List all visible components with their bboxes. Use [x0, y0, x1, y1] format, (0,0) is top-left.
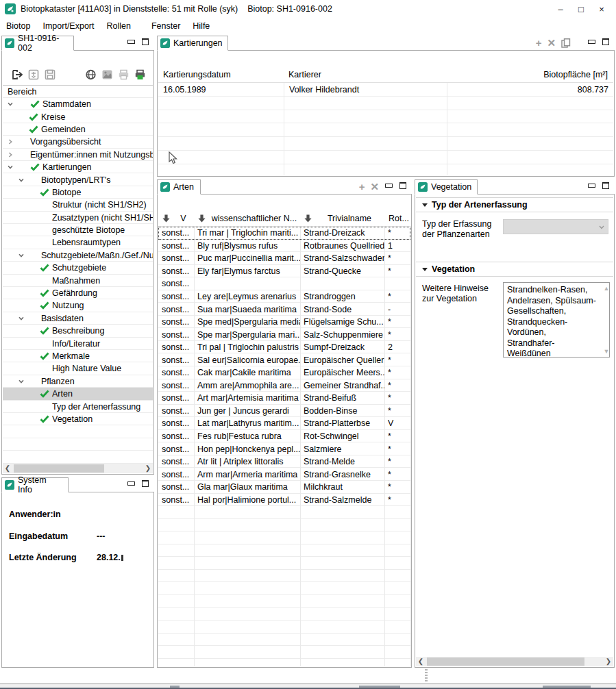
- panel-maximize-icon[interactable]: [142, 38, 149, 45]
- arten-row[interactable]: sonst...Puc mar|Puccinellia marit...Stra…: [158, 252, 410, 265]
- tree-item-maßnahmen[interactable]: Maßnahmen: [3, 274, 153, 286]
- printer-green-icon[interactable]: [134, 69, 146, 82]
- column-trivialname[interactable]: Trivialname: [304, 210, 383, 227]
- tree-item-biotoptypen-lrt-s[interactable]: Biotoptypen/LRT's: [3, 173, 153, 186]
- maximize-button[interactable]: □: [571, 0, 591, 18]
- arten-row[interactable]: sonst...Arm mar|Armeria maritimaStrand-G…: [158, 468, 410, 481]
- section-vegetation[interactable]: Vegetation: [416, 262, 613, 277]
- column-rot-[interactable]: Rot...: [389, 210, 409, 227]
- scroll-right-icon[interactable]: ❯: [143, 464, 153, 473]
- arten-row[interactable]: sonst...Hon pep|Honckenya pepl...Salzmie…: [158, 442, 410, 455]
- arten-row[interactable]: sonst...Ely far|Elymus farctusStrand-Que…: [158, 265, 410, 278]
- tab-arten[interactable]: Arten: [157, 179, 201, 195]
- tree-item-typ-der-artenerfassung[interactable]: Typ der Artenerfassung: [3, 400, 153, 412]
- tree-horizontal-scrollbar[interactable]: ❮ ❯: [3, 464, 153, 473]
- scrollbar-thumb[interactable]: [14, 464, 104, 473]
- panel-minimize-icon[interactable]: [588, 184, 595, 188]
- column-wissenschaftlicher-n-[interactable]: wissenschaftlicher N...: [198, 210, 299, 227]
- logout-icon[interactable]: [12, 69, 23, 82]
- arten-row[interactable]: sonst...Jun ger | Juncus gerardiBodden-B…: [158, 405, 410, 418]
- arten-row[interactable]: sonst...Hal por|Halimione portul...Stran…: [158, 493, 410, 506]
- arten-row[interactable]: sonst...Cak mar|Cakile maritimaEuropäisc…: [158, 366, 410, 379]
- arten-row[interactable]: sonst...Atr lit | Atriplex littoralisStr…: [158, 455, 410, 468]
- panel-minimize-icon[interactable]: [127, 40, 135, 44]
- delete-icon[interactable]: ✕: [547, 38, 556, 49]
- tab-system-info[interactable]: System Info: [1, 477, 69, 492]
- menu-hilfe[interactable]: Hilfe: [186, 19, 216, 33]
- tree-item-merkmale[interactable]: Merkmale: [3, 350, 153, 362]
- tree-item-pflanzen[interactable]: Pflanzen: [3, 375, 153, 388]
- arten-row[interactable]: sonst...Fes rub|Festuca rubraRot-Schwing…: [158, 430, 410, 443]
- tree-item-geschützte-biotope[interactable]: geschützte Biotope: [3, 224, 153, 236]
- panel-minimize-icon[interactable]: [127, 481, 135, 486]
- arten-row[interactable]: sonst...Spe med|Spergularia mediaFlügels…: [158, 316, 410, 329]
- add-icon[interactable]: +: [536, 38, 542, 49]
- panel-maximize-icon[interactable]: [142, 480, 149, 487]
- arten-row[interactable]: sonst...Spe mar|Spergularia mari...Salz-…: [158, 328, 410, 341]
- scroll-right-icon[interactable]: ❯: [604, 657, 613, 666]
- tree-item-biotope[interactable]: Biotope: [3, 186, 153, 199]
- tree-item-stammdaten[interactable]: Stammdaten: [3, 98, 153, 110]
- arten-row[interactable]: sonst...Sal eur|Salicornia europae...Eur…: [158, 353, 410, 366]
- tree-item-vorgangsübersicht[interactable]: Vorgangsübersicht: [3, 136, 153, 148]
- add-icon[interactable]: +: [359, 181, 365, 192]
- section-typ-der-artenerfassung[interactable]: Typ der Artenerfassung: [416, 197, 613, 212]
- arten-row[interactable]: sonst...Tri mar | Triglochin mariti...St…: [158, 227, 410, 240]
- minimize-button[interactable]: –: [550, 0, 571, 18]
- tree-item-basisdaten[interactable]: Basisdaten: [3, 312, 153, 325]
- weitere-hinweise-textarea[interactable]: Strandnelken-Rasen, Andelrasen, Spülsaum…: [503, 282, 610, 358]
- tab-kartierungen[interactable]: Kartierungen: [157, 36, 228, 51]
- tree-item-zusatztypen-nicht-sh1-sh2-[interactable]: Zusatztypen (nicht SH1/SH2): [3, 212, 153, 224]
- delete-icon[interactable]: ✕: [370, 181, 379, 192]
- arten-row[interactable]: sonst...Bly ruf|Blysmus rufusRotbraunes …: [158, 240, 410, 253]
- panel-maximize-icon[interactable]: [399, 182, 406, 189]
- arten-row[interactable]: sonst...Art mar|Artemisia maritimaStrand…: [158, 392, 410, 405]
- tree-item-nutzung[interactable]: Nutzung: [3, 299, 153, 312]
- arten-row[interactable]: sonst...: [158, 277, 410, 290]
- tab-biotop-id[interactable]: SH1-0916-002: [1, 36, 74, 51]
- printer-icon[interactable]: [118, 69, 130, 82]
- tree-item-high-nature-value[interactable]: High Nature Value: [3, 362, 153, 375]
- kartierungen-row[interactable]: 16.05.1989Volker Hildebrandt808.737: [158, 83, 613, 97]
- column-v[interactable]: V: [162, 210, 193, 227]
- panel-minimize-icon[interactable]: [588, 40, 595, 44]
- tree-item-gefährdung[interactable]: Gefährdung: [3, 287, 153, 299]
- globe-icon[interactable]: [85, 69, 97, 82]
- arten-row[interactable]: sonst...Sua mar|Suaeda maritimaStrand-So…: [158, 303, 410, 316]
- scroll-left-icon[interactable]: ❮: [416, 657, 426, 666]
- arten-row[interactable]: sonst...Amm are|Ammophila are...Gemeiner…: [158, 379, 410, 392]
- tree-item-schutzgebiete[interactable]: Schutzgebiete: [3, 262, 153, 274]
- menu-import-export[interactable]: Import/Export: [36, 19, 100, 33]
- arten-row[interactable]: sonst...Ley are|Leymus arenariusStrandro…: [158, 290, 410, 303]
- vegetation-horizontal-scrollbar[interactable]: ❮ ❯: [416, 657, 613, 666]
- panel-maximize-icon[interactable]: [602, 38, 609, 45]
- menu-rollen[interactable]: Rollen: [100, 19, 136, 33]
- splitter-handle[interactable]: [425, 669, 428, 683]
- tree-item-arten[interactable]: Arten: [3, 388, 153, 400]
- tree-item-lebensraumtypen[interactable]: Lebensraumtypen: [3, 236, 153, 249]
- tree-item-info-literatur[interactable]: Info/Literatur: [3, 337, 153, 349]
- menu-fenster[interactable]: Fenster: [145, 19, 186, 33]
- column-biotopflaeche[interactable]: Biotopfläche [m²]: [471, 66, 608, 83]
- arten-row[interactable]: sonst...Gla mar|Glaux maritimaMilchkraut…: [158, 481, 410, 494]
- tree-item-gemeinden[interactable]: Gemeinden: [3, 123, 153, 136]
- scroll-up-icon[interactable]: ▲: [603, 285, 610, 292]
- typ-der-erfassung-select[interactable]: [503, 219, 608, 234]
- tab-vegetation[interactable]: Vegetation: [415, 179, 478, 195]
- tree-item-beschreibung[interactable]: Beschreibung: [3, 325, 153, 337]
- tree-item-kreise[interactable]: Kreise: [3, 110, 153, 123]
- arten-row[interactable]: sonst...Tri pal | Triglochin palustrisSu…: [158, 341, 410, 354]
- save-icon[interactable]: [45, 69, 56, 82]
- column-kartierer[interactable]: Kartierer: [288, 66, 439, 83]
- arten-row[interactable]: sonst...Lat mar|Lathyrus maritim...Stran…: [158, 417, 410, 430]
- tree-item-eigentümer-innen-mit-nutzungsber[interactable]: Eigentümer:innen mit Nutzungsber: [3, 149, 153, 161]
- tree-item-schutzgebiete-maßn-gef-nutz[interactable]: Schutzgebiete/Maßn./Gef./Nutz: [3, 249, 153, 262]
- scrollbar-thumb[interactable]: [427, 657, 584, 666]
- tree-item-kartierungen[interactable]: Kartierungen: [3, 161, 153, 173]
- save-import-icon[interactable]: [28, 69, 40, 82]
- panel-maximize-icon[interactable]: [602, 182, 609, 189]
- tree-item-vegetation[interactable]: Vegetation: [3, 413, 153, 425]
- map-image-icon[interactable]: [101, 69, 113, 82]
- panel-minimize-icon[interactable]: [385, 184, 393, 188]
- scroll-down-icon[interactable]: ▼: [603, 348, 610, 355]
